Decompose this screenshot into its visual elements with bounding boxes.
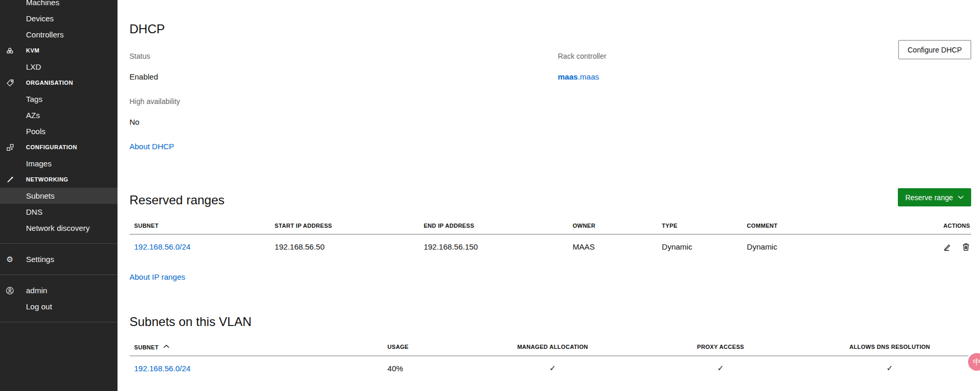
chevron-down-icon — [958, 196, 964, 199]
sort-ascending-icon — [163, 343, 169, 349]
subnet-link[interactable]: 192.168.56.0/24 — [134, 242, 190, 251]
sidebar-section-label: ORGANISATION — [26, 80, 73, 86]
column-header-usage: USAGE — [383, 343, 468, 356]
managed-allocation-check: ✓ — [468, 356, 633, 381]
sidebar-section-networking: NETWORKING — [0, 172, 117, 188]
sidebar-section-label: KVM — [26, 47, 40, 54]
rack-controller-link[interactable]: maas.maas — [558, 72, 599, 81]
table-row: 192.168.56.0/24 192.168.56.50 192.168.56… — [129, 234, 971, 259]
user-icon — [6, 286, 14, 295]
dhcp-details: Status Enabled High availability No Rack… — [129, 36, 971, 126]
table-row: 192.168.56.0/24 40% ✓ ✓ ✓ — [129, 356, 971, 381]
vlan-subnets-title: Subnets on this VLAN — [129, 315, 971, 329]
status-value: Enabled — [129, 72, 558, 81]
sidebar-item-lxd[interactable]: LXD — [0, 59, 117, 75]
status-label: Status — [129, 52, 558, 60]
reserved-ranges-header: Reserved ranges Reserve range — [129, 193, 971, 207]
sidebar-section-label: CONFIGURATION — [26, 144, 77, 150]
sidebar-item-tags[interactable]: Tags — [0, 91, 117, 107]
table-header-row: SUBNET START IP ADDRESS END IP ADDRESS O… — [129, 223, 971, 234]
vlan-subnets-header: Subnets on this VLAN — [129, 315, 971, 329]
connection-icon — [6, 176, 14, 184]
usage-value: 40% — [383, 356, 468, 381]
column-header-owner: OWNER — [568, 223, 657, 234]
reserved-ranges-title: Reserved ranges — [129, 193, 971, 207]
column-header-allows-dns: ALLOWS DNS RESOLUTION — [804, 343, 971, 356]
high-availability-value: No — [129, 118, 558, 126]
reserved-ranges-table: SUBNET START IP ADDRESS END IP ADDRESS O… — [129, 223, 971, 258]
column-header-end-ip: END IP ADDRESS — [419, 223, 568, 234]
sidebar: Machines Devices Controllers KVM LXD ORG… — [0, 0, 117, 391]
sidebar-item-label: admin — [26, 286, 47, 295]
sidebar-section-organisation: ORGANISATION — [0, 75, 117, 91]
sidebar-item-images[interactable]: Images — [0, 155, 117, 172]
sidebar-section-configuration: CONFIGURATION — [0, 139, 117, 155]
sidebar-divider — [0, 243, 117, 244]
sidebar-section-kvm: KVM — [0, 43, 117, 59]
column-header-type: TYPE — [657, 223, 742, 234]
sidebar-item-admin[interactable]: admin — [0, 282, 117, 298]
reserve-range-label: Reserve range — [905, 193, 953, 202]
column-header-subnet-label: SUBNET — [134, 344, 159, 350]
sidebar-item-logout[interactable]: Log out — [0, 298, 117, 315]
sidebar-item-network-discovery[interactable]: Network discovery — [0, 220, 117, 236]
main-content: DHCP Configure DHCP Status Enabled High … — [117, 0, 980, 391]
vlan-subnets-table: SUBNET USAGE MANAGED ALLOCATION PROXY AC… — [129, 343, 971, 380]
sidebar-item-subnets[interactable]: Subnets — [0, 188, 117, 204]
reserve-range-button[interactable]: Reserve range — [898, 188, 971, 206]
about-ip-ranges-link[interactable]: About IP ranges — [129, 272, 185, 281]
sidebar-item-azs[interactable]: AZs — [0, 107, 117, 123]
delete-icon[interactable] — [962, 243, 970, 251]
sidebar-item-machines[interactable]: Machines — [0, 0, 117, 10]
sidebar-divider — [0, 275, 117, 275]
dhcp-section-header: DHCP Configure DHCP — [129, 22, 971, 36]
end-ip-value: 192.168.56.150 — [419, 234, 568, 259]
allows-dns-check: ✓ — [804, 356, 971, 381]
column-header-subnet-sortable[interactable]: SUBNET — [129, 343, 383, 356]
rack-controller-hostname: maas — [558, 72, 578, 81]
sidebar-item-devices[interactable]: Devices — [0, 10, 117, 27]
start-ip-value: 192.168.56.50 — [270, 234, 419, 259]
blocks-icon — [6, 144, 14, 152]
sidebar-item-pools[interactable]: Pools — [0, 123, 117, 139]
sidebar-item-label: Settings — [26, 255, 54, 264]
page-title: DHCP — [129, 22, 971, 36]
comment-value: Dynamic — [742, 234, 905, 259]
sidebar-section-label: NETWORKING — [26, 176, 68, 183]
type-value: Dynamic — [657, 234, 742, 259]
column-header-actions: ACTIONS — [905, 223, 971, 234]
column-header-managed-allocation: MANAGED ALLOCATION — [468, 343, 633, 356]
column-header-proxy-access: PROXY ACCESS — [633, 343, 804, 356]
proxy-access-check: ✓ — [633, 356, 804, 381]
gear-icon: ⚙ — [6, 255, 14, 264]
subnet-link[interactable]: 192.168.56.0/24 — [134, 364, 190, 373]
sidebar-divider — [0, 322, 117, 322]
about-dhcp-link[interactable]: About DHCP — [129, 142, 174, 151]
sidebar-item-controllers[interactable]: Controllers — [0, 27, 117, 43]
rack-controller-domain: .maas — [578, 72, 599, 81]
table-header-row: SUBNET USAGE MANAGED ALLOCATION PROXY AC… — [129, 343, 971, 356]
edit-icon[interactable] — [943, 243, 951, 251]
column-header-start-ip: START IP ADDRESS — [270, 223, 419, 234]
sidebar-item-dns[interactable]: DNS — [0, 204, 117, 220]
owner-value: MAAS — [568, 234, 657, 259]
column-header-subnet: SUBNET — [129, 223, 270, 234]
high-availability-label: High availability — [129, 97, 558, 106]
column-header-comment: COMMENT — [742, 223, 905, 234]
tag-icon — [6, 79, 14, 87]
configure-dhcp-button[interactable]: Configure DHCP — [898, 40, 971, 59]
kvm-cluster-icon — [6, 47, 14, 55]
sidebar-item-settings[interactable]: ⚙ Settings — [0, 251, 117, 267]
